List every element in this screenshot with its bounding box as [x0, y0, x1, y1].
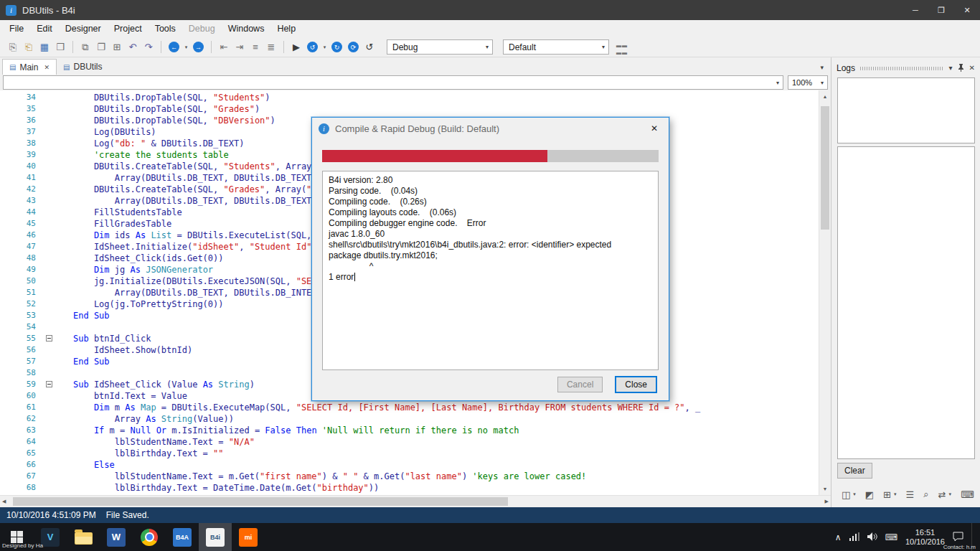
comment-icon[interactable]: ≡: [248, 40, 263, 55]
outdent-icon[interactable]: ⇤: [217, 40, 231, 55]
collapse-icon[interactable]: [46, 381, 52, 387]
indent-icon[interactable]: ⇥: [232, 40, 247, 55]
clear-logs-button[interactable]: Clear: [837, 463, 872, 479]
menu-designer[interactable]: Designer: [59, 22, 108, 36]
restart-icon[interactable]: ↺: [362, 40, 377, 55]
duplicate-window-icon[interactable]: ❐: [94, 40, 108, 55]
cancel-button[interactable]: Cancel: [557, 377, 603, 392]
collapse-icon[interactable]: [46, 335, 52, 342]
chevron-down-icon[interactable]: ▾: [948, 491, 951, 497]
close-dialog-button[interactable]: Close: [615, 376, 657, 393]
compile-dialog: i Compile & Rapid Debug (Build: Default)…: [311, 117, 669, 401]
chevron-down-icon[interactable]: ▾: [894, 491, 897, 497]
logs-filter-box[interactable]: [837, 77, 975, 143]
swap-icon[interactable]: ⇄: [938, 489, 946, 500]
rapid-debug-icon[interactable]: ⟳: [348, 42, 359, 52]
taskbar-b4i[interactable]: B4i: [199, 523, 232, 551]
toolbar-overflow-icon[interactable]: ▂▂▂▂: [616, 40, 628, 55]
undo-icon[interactable]: ↶: [126, 40, 140, 55]
scroll-up-arrow[interactable]: ▲: [819, 90, 831, 103]
zoom-combobox[interactable]: 100% ▾: [788, 75, 828, 90]
paste-icon[interactable]: ⎘: [6, 40, 20, 55]
app-icon: i: [6, 5, 17, 16]
folder-icon: [75, 532, 93, 545]
chevron-down-icon[interactable]: ▾: [853, 491, 856, 497]
horizontal-scrollbar[interactable]: ◀ ▶: [0, 495, 831, 507]
panel-drag-handle[interactable]: [860, 67, 944, 70]
copy-window-icon[interactable]: ⧉: [78, 40, 93, 55]
navigate-back-icon[interactable]: ←: [169, 42, 179, 52]
export-icon[interactable]: ❒: [53, 40, 67, 55]
close-panel-icon[interactable]: ✕: [969, 65, 975, 72]
dialog-close-icon[interactable]: ✕: [646, 122, 662, 135]
menu-tools[interactable]: Tools: [149, 22, 182, 36]
run-icon[interactable]: ▶: [289, 40, 303, 55]
fold-column: [44, 298, 56, 310]
search-icon[interactable]: ⌕: [923, 489, 928, 500]
volume-icon[interactable]: [867, 531, 877, 544]
logs-panel: Logs ▾ ✕ Clear ◫ ▾ ◩ ⊞ ▾ ☰ ⌕ ⇄: [831, 57, 980, 507]
compile-icon[interactable]: ↻: [331, 42, 342, 52]
menu-edit[interactable]: Edit: [30, 22, 59, 36]
grid-view-icon[interactable]: ⊞: [883, 489, 891, 500]
taskbar-clock[interactable]: 16:51 10/10/2016: [905, 528, 945, 547]
menu-file[interactable]: File: [3, 22, 30, 36]
line-number: 43: [0, 195, 44, 207]
keyboard-icon[interactable]: ⌨: [885, 532, 897, 542]
menu-windows[interactable]: Windows: [222, 22, 271, 36]
logs-output-box[interactable]: [837, 146, 975, 459]
uncomment-icon[interactable]: ≣: [264, 40, 278, 55]
taskbar-chrome[interactable]: [133, 523, 166, 551]
taskbar-word[interactable]: W: [100, 523, 133, 551]
scroll-right-arrow[interactable]: ▶: [825, 499, 829, 504]
fold-column[interactable]: [44, 333, 56, 344]
horizontal-scroll-thumb[interactable]: [13, 497, 508, 506]
compile-output[interactable]: B4i version: 2.80Parsing code. (0.04s)Co…: [322, 171, 659, 370]
taskbar-mi[interactable]: mi: [232, 523, 265, 551]
action-center-icon[interactable]: [953, 531, 963, 544]
line-number: 53: [0, 310, 44, 321]
tab-list-chevron-icon[interactable]: ▾: [820, 64, 824, 71]
menu-project[interactable]: Project: [108, 22, 149, 36]
connect-device-icon-dropdown[interactable]: ▾: [321, 44, 328, 50]
connect-device-icon[interactable]: ↺: [307, 42, 318, 52]
fold-column: [44, 287, 56, 298]
menu-debug[interactable]: Debug: [182, 22, 222, 36]
line-number: 67: [0, 471, 44, 482]
save-icon[interactable]: ▦: [37, 40, 52, 55]
zoom-value: 100%: [792, 78, 812, 87]
line-number: 55: [0, 333, 44, 344]
vertical-scroll-thumb[interactable]: [821, 106, 829, 230]
close-button[interactable]: ✕: [954, 0, 980, 20]
fold-column[interactable]: [44, 379, 56, 390]
pin-icon[interactable]: [958, 64, 964, 73]
redo-icon[interactable]: ↷: [141, 40, 156, 55]
compile-output-line: 1 error: [329, 272, 652, 283]
build-profile-combobox[interactable]: Default ▾: [503, 39, 609, 55]
grid-window-icon[interactable]: ⊞: [110, 40, 124, 55]
member-combobox[interactable]: ▾: [3, 75, 783, 90]
toolbar-separator: [72, 41, 73, 53]
navigate-back-icon-dropdown[interactable]: ▾: [183, 44, 189, 50]
network-icon[interactable]: [849, 531, 859, 544]
tray-expand-chevron-icon[interactable]: ∧: [835, 532, 842, 542]
tab-main[interactable]: ▤Main✕: [2, 59, 57, 75]
split-view-icon[interactable]: ◫: [842, 489, 850, 500]
scroll-down-arrow[interactable]: ▼: [819, 483, 831, 495]
navigate-forward-icon[interactable]: →: [193, 42, 204, 52]
taskbar-file-explorer[interactable]: [67, 523, 100, 551]
vertical-scrollbar[interactable]: ▲ ▼: [819, 90, 831, 495]
minimize-button[interactable]: ─: [903, 0, 928, 20]
list-view-icon[interactable]: ☰: [906, 489, 915, 500]
menu-help[interactable]: Help: [270, 22, 302, 36]
keyboard-icon[interactable]: ⌨: [961, 489, 974, 500]
scroll-left-arrow[interactable]: ◀: [2, 499, 6, 504]
tab-dbutils[interactable]: ▤DBUtils: [57, 59, 108, 75]
chevron-down-icon[interactable]: ▾: [949, 65, 953, 72]
build-configuration-combobox[interactable]: Debug ▾: [387, 39, 493, 55]
open-icon[interactable]: ⎗: [22, 40, 36, 55]
maximize-button[interactable]: ❐: [928, 0, 954, 20]
fill-icon[interactable]: ◩: [865, 489, 874, 500]
taskbar-b4a[interactable]: B4A: [166, 523, 199, 551]
tab-close-icon[interactable]: ✕: [44, 64, 50, 71]
